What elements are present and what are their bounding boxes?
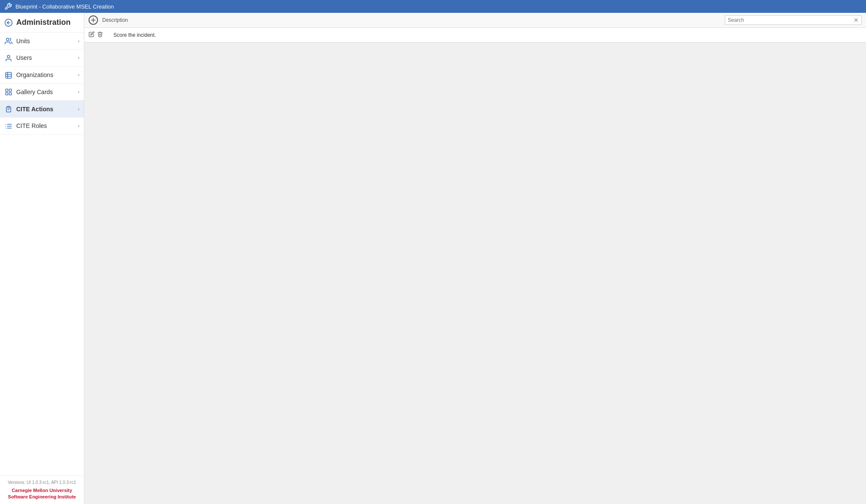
- content-area: Description ✕: [84, 13, 866, 504]
- topbar-title: Blueprint - Collaborative MSEL Creation: [15, 3, 114, 10]
- search-clear-icon[interactable]: ✕: [854, 17, 859, 24]
- search-input[interactable]: [728, 17, 852, 23]
- svg-point-3: [7, 55, 10, 58]
- table-row: Score the incident.: [84, 28, 866, 42]
- version-text: Versions: UI 1.0.3-rc1, API 1.0.3-rc1: [4, 480, 80, 485]
- units-icon: [4, 37, 13, 45]
- sidebar-item-cite-actions[interactable]: CITE Actions ›: [0, 101, 84, 118]
- row-delete-icon[interactable]: [97, 31, 103, 39]
- row-description: Score the incident.: [113, 32, 862, 38]
- units-label: Units: [16, 38, 74, 44]
- cmu-logo-text: Carnegie Mellon University Software Engi…: [4, 487, 80, 500]
- sidebar-admin-label: Administration: [16, 18, 71, 27]
- admin-icon: [4, 18, 13, 27]
- svg-point-2: [6, 38, 9, 41]
- svg-rect-9: [9, 89, 12, 92]
- cite-actions-icon: [4, 105, 13, 113]
- organizations-icon: [4, 71, 13, 79]
- search-container: ✕: [725, 15, 862, 25]
- cite-actions-chevron-icon: ›: [78, 106, 80, 112]
- cite-actions-label: CITE Actions: [16, 106, 74, 113]
- main-layout: Administration Units ›: [0, 13, 866, 504]
- svg-rect-11: [9, 93, 12, 95]
- sidebar-item-gallery-cards[interactable]: Gallery Cards ›: [0, 84, 84, 101]
- sidebar-item-cite-roles[interactable]: CITE Roles ›: [0, 118, 84, 135]
- topbar-logo-icon: [4, 3, 12, 10]
- organizations-chevron-icon: ›: [78, 72, 80, 78]
- sidebar-header: Administration: [0, 13, 84, 33]
- gallery-cards-label: Gallery Cards: [16, 89, 74, 95]
- sidebar-item-users[interactable]: Users ›: [0, 50, 84, 67]
- row-actions: [89, 31, 110, 39]
- svg-rect-10: [6, 93, 8, 95]
- units-chevron-icon: ›: [78, 38, 80, 44]
- sidebar-item-organizations[interactable]: Organizations ›: [0, 67, 84, 84]
- sidebar-footer: Versions: UI 1.0.3-rc1, API 1.0.3-rc1 Ca…: [0, 475, 84, 504]
- gallery-cards-icon: [4, 88, 13, 96]
- users-icon: [4, 54, 13, 62]
- users-label: Users: [16, 54, 74, 61]
- data-table: Score the incident.: [84, 28, 866, 43]
- svg-rect-8: [6, 89, 8, 92]
- description-column-header: Description: [102, 17, 721, 23]
- gallery-cards-chevron-icon: ›: [78, 89, 80, 95]
- cite-roles-label: CITE Roles: [16, 122, 74, 129]
- svg-rect-4: [6, 72, 12, 78]
- cite-roles-chevron-icon: ›: [78, 123, 80, 129]
- sidebar: Administration Units ›: [0, 13, 84, 504]
- cmu-logo: Carnegie Mellon University Software Engi…: [4, 487, 80, 500]
- cite-roles-icon: [4, 122, 13, 130]
- topbar: Blueprint - Collaborative MSEL Creation: [0, 0, 866, 13]
- row-edit-icon[interactable]: [89, 31, 95, 39]
- add-button[interactable]: [89, 15, 98, 25]
- users-chevron-icon: ›: [78, 55, 80, 61]
- sidebar-item-units[interactable]: Units ›: [0, 33, 84, 50]
- organizations-label: Organizations: [16, 71, 74, 78]
- svg-rect-12: [8, 106, 10, 107]
- content-toolbar: Description ✕: [84, 13, 866, 28]
